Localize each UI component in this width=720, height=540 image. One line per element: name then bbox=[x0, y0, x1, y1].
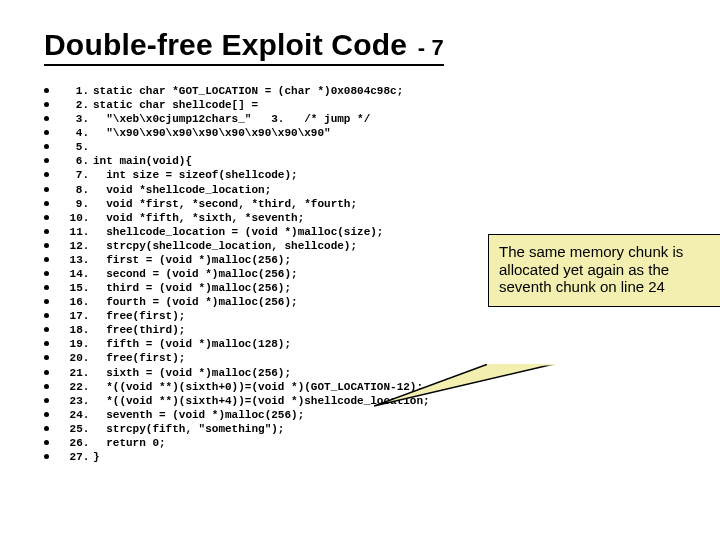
line-text: void *first, *second, *third, *fourth; bbox=[89, 197, 357, 211]
line-number: 3. bbox=[63, 112, 89, 126]
slide-subtitle: - 7 bbox=[418, 35, 444, 60]
code-line: 23. *((void **)(sixth+4))=(void *)shellc… bbox=[44, 394, 676, 408]
code-line: 3. "\xeb\x0cjump12chars_" 3. /* jump */ bbox=[44, 112, 676, 126]
line-number: 1. bbox=[63, 84, 89, 98]
line-text: int size = sizeof(shellcode); bbox=[89, 168, 298, 182]
line-number: 5. bbox=[63, 140, 89, 154]
line-number: 13. bbox=[63, 253, 89, 267]
bullet-icon bbox=[44, 327, 49, 332]
line-text: strcpy(fifth, "something"); bbox=[89, 422, 284, 436]
line-text: void *fifth, *sixth, *seventh; bbox=[89, 211, 304, 225]
slide-body: 1.static char *GOT_LOCATION = (char *)0x… bbox=[44, 84, 676, 464]
slide-title: Double-free Exploit Code bbox=[44, 28, 407, 61]
line-number: 27. bbox=[63, 450, 89, 464]
code-line: 6.int main(void){ bbox=[44, 154, 676, 168]
line-number: 24. bbox=[63, 408, 89, 422]
line-text: fourth = (void *)malloc(256); bbox=[89, 295, 298, 309]
line-text: free(third); bbox=[89, 323, 185, 337]
callout-box: The same memory chunk is allocated yet a… bbox=[488, 234, 720, 307]
code-line: 5. bbox=[44, 140, 676, 154]
line-text: *((void **)(sixth+4))=(void *)shellcode_… bbox=[89, 394, 430, 408]
bullet-icon bbox=[44, 313, 49, 318]
bullet-icon bbox=[44, 355, 49, 360]
line-number: 2. bbox=[63, 98, 89, 112]
line-text: return 0; bbox=[89, 436, 166, 450]
code-line: 22. *((void **)(sixth+0))=(void *)(GOT_L… bbox=[44, 380, 676, 394]
code-line: 4. "\x90\x90\x90\x90\x90\x90\x90\x90" bbox=[44, 126, 676, 140]
bullet-icon bbox=[44, 102, 49, 107]
line-text: third = (void *)malloc(256); bbox=[89, 281, 291, 295]
line-number: 7. bbox=[63, 168, 89, 182]
callout-text: The same memory chunk is allocated yet a… bbox=[499, 243, 683, 295]
bullet-icon bbox=[44, 398, 49, 403]
bullet-icon bbox=[44, 426, 49, 431]
code-line: 19. fifth = (void *)malloc(128); bbox=[44, 337, 676, 351]
bullet-icon bbox=[44, 299, 49, 304]
line-number: 10. bbox=[63, 211, 89, 225]
code-line: 26. return 0; bbox=[44, 436, 676, 450]
code-line: 8. void *shellcode_location; bbox=[44, 183, 676, 197]
line-number: 20. bbox=[63, 351, 89, 365]
line-number: 15. bbox=[63, 281, 89, 295]
line-text: "\xeb\x0cjump12chars_" 3. /* jump */ bbox=[89, 112, 370, 126]
line-text: sixth = (void *)malloc(256); bbox=[89, 366, 291, 380]
line-number: 25. bbox=[63, 422, 89, 436]
line-text: strcpy(shellcode_location, shellcode); bbox=[89, 239, 357, 253]
code-line: 2.static char shellcode[] = bbox=[44, 98, 676, 112]
bullet-icon bbox=[44, 88, 49, 93]
bullet-icon bbox=[44, 172, 49, 177]
bullet-icon bbox=[44, 412, 49, 417]
line-text: "\x90\x90\x90\x90\x90\x90\x90\x90" bbox=[89, 126, 331, 140]
line-text: shellcode_location = (void *)malloc(size… bbox=[89, 225, 383, 239]
line-number: 14. bbox=[63, 267, 89, 281]
title-underline: Double-free Exploit Code - 7 bbox=[44, 28, 444, 66]
line-number: 11. bbox=[63, 225, 89, 239]
bullet-icon bbox=[44, 187, 49, 192]
line-number: 26. bbox=[63, 436, 89, 450]
line-text: } bbox=[89, 450, 100, 464]
code-line: 7. int size = sizeof(shellcode); bbox=[44, 168, 676, 182]
bullet-icon bbox=[44, 158, 49, 163]
line-number: 4. bbox=[63, 126, 89, 140]
line-number: 18. bbox=[63, 323, 89, 337]
bullet-icon bbox=[44, 440, 49, 445]
bullet-icon bbox=[44, 454, 49, 459]
line-text: second = (void *)malloc(256); bbox=[89, 267, 298, 281]
bullet-icon bbox=[44, 215, 49, 220]
line-text: *((void **)(sixth+0))=(void *)(GOT_LOCAT… bbox=[89, 380, 423, 394]
line-number: 16. bbox=[63, 295, 89, 309]
bullet-icon bbox=[44, 370, 49, 375]
bullet-icon bbox=[44, 144, 49, 149]
line-number: 21. bbox=[63, 366, 89, 380]
line-number: 8. bbox=[63, 183, 89, 197]
line-text: int main(void){ bbox=[89, 154, 192, 168]
bullet-icon bbox=[44, 285, 49, 290]
line-number: 12. bbox=[63, 239, 89, 253]
code-line: 21. sixth = (void *)malloc(256); bbox=[44, 366, 676, 380]
bullet-icon bbox=[44, 130, 49, 135]
bullet-icon bbox=[44, 229, 49, 234]
code-line: 9. void *first, *second, *third, *fourth… bbox=[44, 197, 676, 211]
line-number: 9. bbox=[63, 197, 89, 211]
code-line: 17. free(first); bbox=[44, 309, 676, 323]
code-line: 20. free(first); bbox=[44, 351, 676, 365]
line-text: seventh = (void *)malloc(256); bbox=[89, 408, 304, 422]
bullet-icon bbox=[44, 116, 49, 121]
line-text: free(first); bbox=[89, 351, 185, 365]
code-line: 27.} bbox=[44, 450, 676, 464]
bullet-icon bbox=[44, 341, 49, 346]
code-line: 18. free(third); bbox=[44, 323, 676, 337]
line-number: 17. bbox=[63, 309, 89, 323]
line-number: 22. bbox=[63, 380, 89, 394]
line-number: 19. bbox=[63, 337, 89, 351]
code-line: 1.static char *GOT_LOCATION = (char *)0x… bbox=[44, 84, 676, 98]
code-line: 25. strcpy(fifth, "something"); bbox=[44, 422, 676, 436]
code-line: 10. void *fifth, *sixth, *seventh; bbox=[44, 211, 676, 225]
line-number: 6. bbox=[63, 154, 89, 168]
code-line: 24. seventh = (void *)malloc(256); bbox=[44, 408, 676, 422]
line-number: 23. bbox=[63, 394, 89, 408]
line-text: static char *GOT_LOCATION = (char *)0x08… bbox=[89, 84, 403, 98]
bullet-icon bbox=[44, 257, 49, 262]
line-text: void *shellcode_location; bbox=[89, 183, 271, 197]
line-text: first = (void *)malloc(256); bbox=[89, 253, 291, 267]
